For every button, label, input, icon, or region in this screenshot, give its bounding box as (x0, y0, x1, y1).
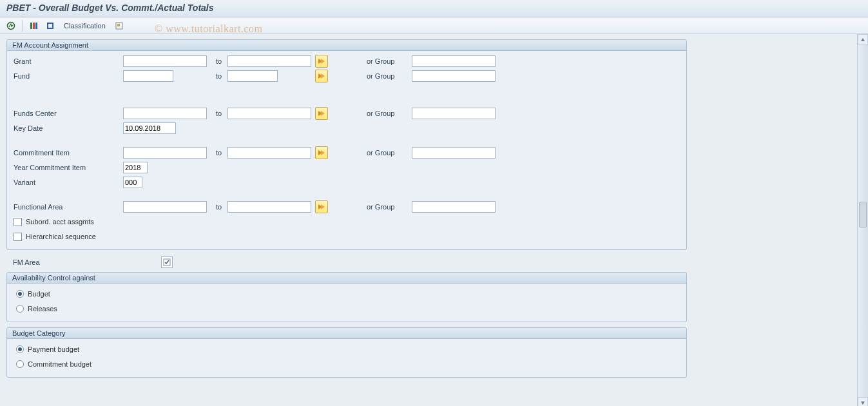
fund-or-group-label: or Group (367, 72, 412, 80)
svg-rect-3 (35, 23, 37, 29)
releases-radio-label: Releases (28, 305, 57, 313)
svg-rect-1 (30, 23, 32, 29)
fm-account-assignment-frame: FM Account Assignment Grant to or Group … (6, 39, 687, 250)
commitment-item-multiple-selection-icon[interactable] (315, 146, 328, 159)
availability-control-frame: Availability Control against Budget Rele… (6, 272, 687, 322)
budget-radio-label: Budget (28, 290, 50, 298)
fm-area-search-help-icon[interactable] (161, 256, 173, 268)
scroll-thumb[interactable] (859, 202, 867, 227)
grant-multiple-selection-icon[interactable] (315, 55, 328, 68)
payment-budget-radio[interactable] (16, 345, 24, 353)
vertical-scrollbar[interactable] (857, 34, 868, 406)
availability-control-title: Availability Control against (7, 273, 686, 284)
budget-radio[interactable] (16, 290, 24, 298)
commitment-item-to-input[interactable] (227, 147, 311, 159)
commitment-item-label: Commitment Item (14, 149, 123, 157)
subord-acct-assgmts-checkbox[interactable] (14, 218, 22, 226)
budget-category-title: Budget Category (7, 328, 686, 339)
svg-rect-2 (33, 23, 35, 29)
funds-center-group-input[interactable] (412, 108, 496, 119)
payment-budget-radio-label: Payment budget (28, 345, 79, 353)
releases-radio[interactable] (16, 305, 24, 313)
grant-to-input[interactable] (227, 55, 311, 67)
dynamic-selections-icon[interactable] (112, 19, 126, 32)
commitment-budget-radio-label: Commitment budget (28, 360, 92, 368)
fund-multiple-selection-icon[interactable] (315, 70, 328, 82)
svg-rect-5 (48, 24, 52, 28)
scroll-up-icon[interactable] (858, 34, 868, 45)
functional-area-label: Functional Area (14, 203, 123, 211)
funds-center-label: Funds Center (14, 110, 123, 117)
funds-center-multiple-selection-icon[interactable] (315, 107, 328, 120)
commitment-item-group-input[interactable] (412, 147, 496, 159)
grant-group-input[interactable] (412, 55, 496, 67)
grant-label: Grant (14, 57, 123, 65)
fund-label: Fund (14, 72, 123, 80)
commitment-item-to-label: to (207, 149, 227, 157)
funds-center-to-input[interactable] (227, 108, 311, 119)
funds-center-or-group-label: or Group (367, 110, 412, 117)
hierarchical-sequence-label: Hierarchical sequence (26, 233, 96, 240)
functional-area-to-input[interactable] (227, 201, 311, 213)
commitment-budget-radio[interactable] (16, 360, 24, 368)
fm-area-label: FM Area (13, 258, 161, 266)
funds-center-to-label: to (207, 110, 227, 117)
grant-to-label: to (207, 57, 227, 65)
functional-area-group-input[interactable] (412, 201, 496, 213)
functional-area-multiple-selection-icon[interactable] (315, 200, 328, 213)
fund-group-input[interactable] (412, 70, 496, 82)
subord-acct-assgmts-label: Subord. acct assgmts (26, 218, 94, 226)
funds-center-from-input[interactable] (123, 108, 207, 119)
fm-account-assignment-title: FM Account Assignment (7, 40, 686, 51)
functional-area-from-input[interactable] (123, 201, 207, 213)
budget-category-frame: Budget Category Payment budget Commitmen… (6, 327, 687, 378)
functional-area-or-group-label: or Group (367, 203, 412, 211)
fund-to-input[interactable] (227, 70, 278, 82)
execute-icon[interactable] (4, 19, 18, 32)
svg-rect-7 (117, 24, 120, 26)
classification-button[interactable]: Classification (60, 22, 110, 30)
year-commitment-item-input[interactable] (123, 162, 148, 173)
year-commitment-item-label: Year Commitment Item (14, 164, 123, 171)
fund-to-label: to (207, 72, 227, 80)
hierarchical-sequence-checkbox[interactable] (14, 233, 22, 241)
deselect-all-icon[interactable] (43, 19, 57, 32)
variant-input[interactable] (123, 177, 142, 188)
scroll-down-icon[interactable] (858, 397, 868, 406)
select-all-icon[interactable] (26, 19, 41, 32)
fund-from-input[interactable] (123, 70, 173, 82)
commitment-item-from-input[interactable] (123, 147, 207, 159)
key-date-label: Key Date (14, 124, 123, 132)
functional-area-to-label: to (207, 203, 227, 211)
grant-or-group-label: or Group (367, 57, 412, 65)
page-title: PBET - Overall Budget Vs. Commt./Actual … (0, 0, 868, 17)
grant-from-input[interactable] (123, 55, 207, 67)
variant-label: Variant (14, 179, 123, 186)
key-date-input[interactable] (123, 122, 176, 134)
commitment-item-or-group-label: or Group (367, 149, 412, 157)
application-toolbar: Classification (0, 17, 868, 34)
